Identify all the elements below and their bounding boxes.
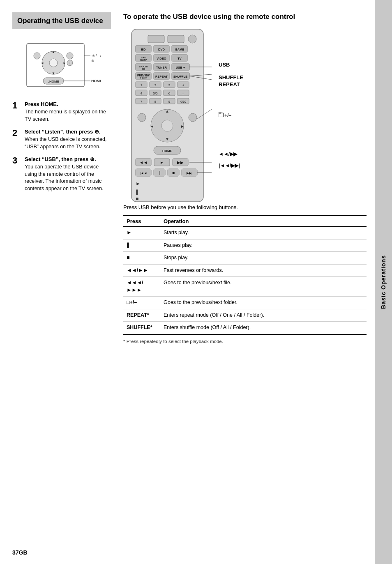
label-repeat: REPEAT xyxy=(219,81,243,87)
table-cell-operation: Stops play. xyxy=(160,252,367,265)
section-title: Operating the USB device xyxy=(12,12,111,29)
table-cell-operation: Enters repeat mode (Off / One / All / Fo… xyxy=(160,309,367,322)
svg-text:REPEAT: REPEAT xyxy=(155,75,168,78)
table-row: ►Starts play. xyxy=(123,227,367,239)
svg-text:►: ► xyxy=(180,124,184,129)
svg-text:6: 6 xyxy=(168,92,171,95)
svg-text:HOME: HOME xyxy=(91,79,101,83)
label-skip: |◄◄/▶▶| xyxy=(219,163,243,168)
table-row: REPEAT*Enters repeat mode (Off / One / A… xyxy=(123,309,367,322)
operations-table: Press Operation ►Starts play.‖Pauses pla… xyxy=(123,215,367,335)
table-row: □+/–Goes to the previous/next folder. xyxy=(123,297,367,309)
table-cell-press: ■ xyxy=(123,252,160,265)
remote-diagram-small: ▲ ▼ ◄ ► HOME ● + xyxy=(12,37,111,93)
svg-text:|◄◄: |◄◄ xyxy=(140,171,147,175)
svg-point-7 xyxy=(34,53,40,59)
svg-text:►: ► xyxy=(63,61,66,65)
svg-text:▶▶: ▶▶ xyxy=(177,160,184,165)
svg-text:CD: CD xyxy=(142,68,145,70)
table-cell-operation: Fast reverses or forwards. xyxy=(160,264,367,277)
svg-text:↑/↓/←/→,: ↑/↓/←/→, xyxy=(91,54,101,58)
svg-text:(HDMI): (HDMI) xyxy=(140,77,147,79)
svg-text:▲: ▲ xyxy=(165,109,169,113)
svg-point-75 xyxy=(161,120,173,131)
table-cell-press: ◄◄◄/►►► xyxy=(123,277,160,297)
svg-text:⊕: ⊕ xyxy=(91,59,95,63)
page-number: 37GB xyxy=(12,549,28,556)
svg-text:5/0: 5/0 xyxy=(153,92,158,95)
svg-text:USB ●: USB ● xyxy=(176,66,185,69)
svg-text:CATV: CATV xyxy=(140,59,147,61)
step-2-body: When the USB device is connected, “USB” … xyxy=(25,136,111,150)
svg-text:TUNER: TUNER xyxy=(156,66,167,69)
step-2: 2 Select “Listen”, then press ⊕. When th… xyxy=(12,129,111,150)
sidebar-label: Basic Operations xyxy=(380,255,387,309)
table-cell-operation: Starts play. xyxy=(160,227,367,239)
svg-text:9: 9 xyxy=(168,100,171,104)
svg-text:▶▶|: ▶▶| xyxy=(187,171,192,175)
svg-text:BD: BD xyxy=(141,48,146,51)
footnote: * Press repeatedly to select the playbac… xyxy=(123,339,367,344)
svg-point-22 xyxy=(188,35,196,43)
table-cell-press: ► xyxy=(123,227,160,239)
steps-list: 1 Press HOME. The home menu is displayed… xyxy=(12,101,111,192)
table-cell-press: ◄◄/►► xyxy=(123,264,160,277)
svg-text:PREVIEW: PREVIEW xyxy=(137,74,150,77)
svg-point-80 xyxy=(138,113,146,122)
svg-text:8: 8 xyxy=(154,100,157,104)
table-row: ◄◄/►►Fast reverses or forwards. xyxy=(123,264,367,277)
table-row: ‖Pauses play. xyxy=(123,239,367,252)
svg-text:3: 3 xyxy=(168,83,171,87)
table-header-press: Press xyxy=(123,216,160,227)
svg-text:1: 1 xyxy=(141,83,143,87)
step-3-title: Select “USB”, then press ⊕. xyxy=(25,156,111,162)
step-3-body: You can operate the USB device using the… xyxy=(25,163,111,192)
right-section-title: To operate the USB device using the remo… xyxy=(123,12,367,21)
table-cell-press: ‖ xyxy=(123,239,160,252)
step-3: 3 Select “USB”, then press ⊕. You can op… xyxy=(12,156,111,192)
label-ff-rew: ◄◄/▶▶ xyxy=(219,151,243,157)
svg-text:0/10: 0/10 xyxy=(180,100,186,103)
label-shuffle: SHUFFLE xyxy=(219,74,243,81)
svg-text:‖: ‖ xyxy=(159,170,161,175)
svg-point-8 xyxy=(67,53,73,59)
svg-text:HOME: HOME xyxy=(49,80,60,83)
svg-point-2 xyxy=(49,59,58,67)
svg-text:▼: ▼ xyxy=(165,137,169,141)
svg-text:4: 4 xyxy=(141,92,143,95)
svg-text:◄: ◄ xyxy=(41,61,44,65)
svg-text:◄◄: ◄◄ xyxy=(139,160,148,165)
table-cell-press: REPEAT* xyxy=(123,309,160,322)
table-cell-operation: Pauses play. xyxy=(160,239,367,252)
left-column: Operating the USB device ▲ ▼ ◄ xyxy=(12,12,111,552)
svg-point-81 xyxy=(189,113,197,122)
svg-text:●: ● xyxy=(48,81,50,83)
table-cell-press: SHUFFLE* xyxy=(123,322,160,334)
press-intro-text: Press USB before you use the following b… xyxy=(123,204,367,211)
step-1: 1 Press HOME. The home menu is displayed… xyxy=(12,101,111,123)
svg-text:‖: ‖ xyxy=(136,189,138,195)
svg-text:DVD: DVD xyxy=(158,48,165,51)
table-row: ■Stops play. xyxy=(123,252,367,265)
svg-text:■: ■ xyxy=(172,170,175,175)
svg-text:▼: ▼ xyxy=(52,71,55,75)
table-cell-operation: Enters shuffle mode (Off / All / Folder)… xyxy=(160,322,367,334)
step-2-title: Select “Listen”, then press ⊕. xyxy=(25,129,111,135)
svg-text:HOME: HOME xyxy=(162,149,173,153)
svg-text:TV: TV xyxy=(178,57,182,60)
svg-text:►: ► xyxy=(160,160,164,165)
svg-rect-20 xyxy=(148,35,164,43)
step-1-title: Press HOME. xyxy=(25,101,111,107)
remote-svg-large: BD DVD GAME SAT/ CATV VIDEO TV xyxy=(123,27,218,204)
svg-text:▲: ▲ xyxy=(52,50,55,54)
label-usb: USB xyxy=(219,62,243,68)
svg-text:◄: ◄ xyxy=(150,124,154,129)
table-cell-press: □+/– xyxy=(123,297,160,309)
right-column: To operate the USB device using the remo… xyxy=(123,12,367,552)
sidebar: Basic Operations xyxy=(375,0,392,564)
table-row: SHUFFLE*Enters shuffle mode (Off / All /… xyxy=(123,322,367,334)
svg-text:►: ► xyxy=(136,181,141,186)
svg-text:■: ■ xyxy=(136,196,138,202)
step-1-body: The home menu is displayed on the TV scr… xyxy=(25,108,111,123)
svg-text:GAME: GAME xyxy=(175,48,184,51)
